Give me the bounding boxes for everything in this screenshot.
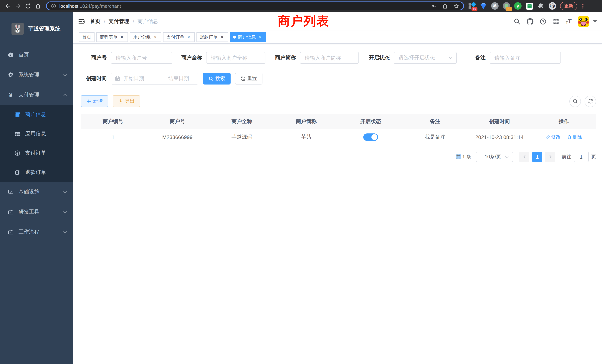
extension-grid-icon[interactable]: 10 bbox=[468, 2, 476, 10]
search-button[interactable]: 搜索 bbox=[203, 73, 231, 85]
status-select[interactable]: 请选择开启状态 bbox=[394, 52, 457, 64]
cell-short-name: 芋艿 bbox=[274, 129, 339, 145]
delete-link[interactable]: 删除 bbox=[567, 134, 582, 140]
tab-refund-order[interactable]: 退款订单× bbox=[196, 32, 228, 42]
monitor-check-icon bbox=[8, 189, 14, 195]
browser-menu-kebab-icon[interactable] bbox=[580, 3, 585, 8]
next-page-button[interactable] bbox=[545, 152, 555, 162]
briefcase-icon bbox=[8, 209, 14, 215]
tab-label: 用户分组 bbox=[133, 34, 151, 40]
back-icon[interactable] bbox=[3, 1, 13, 11]
filter-row-1: 商户号 商户全称 商户简称 开启状态 请选择开启状态 备注 bbox=[81, 52, 596, 64]
yen-circle-icon bbox=[14, 150, 20, 156]
edit-link-label: 修改 bbox=[551, 134, 561, 140]
github-icon[interactable] bbox=[527, 18, 533, 25]
tab-user-group[interactable]: 用户分组× bbox=[130, 32, 161, 42]
forward-icon[interactable] bbox=[13, 1, 23, 11]
tab-close-icon[interactable]: × bbox=[219, 34, 225, 40]
help-icon[interactable] bbox=[540, 18, 546, 25]
extensions-puzzle-icon[interactable] bbox=[537, 2, 545, 10]
refresh-icon[interactable] bbox=[585, 96, 596, 107]
sidebar-item-workflow[interactable]: 工作流程 bbox=[0, 222, 73, 242]
extension-recorder-icon[interactable]: 1 bbox=[502, 2, 510, 10]
sidebar-item-infrastructure[interactable]: 基础设施 bbox=[0, 182, 73, 202]
sidebar-item-system[interactable]: 系统管理 bbox=[0, 65, 73, 85]
sidebar-item-dev-tools[interactable]: 研发工具 bbox=[0, 202, 73, 222]
tab-home[interactable]: 首页 bbox=[79, 32, 95, 42]
short-name-input[interactable] bbox=[300, 52, 359, 64]
full-name-input[interactable] bbox=[206, 52, 265, 64]
export-button[interactable]: 导出 bbox=[113, 95, 140, 107]
tab-pay-order[interactable]: 支付订单× bbox=[163, 32, 195, 42]
cell-status bbox=[338, 129, 403, 145]
page-number-1[interactable]: 1 bbox=[532, 152, 542, 162]
tab-label: 支付订单 bbox=[166, 34, 184, 40]
edit-link[interactable]: 修改 bbox=[546, 134, 561, 140]
browser-update-button[interactable]: 更新 bbox=[560, 2, 577, 10]
font-size-icon[interactable]: TT bbox=[566, 19, 572, 24]
fullscreen-icon[interactable] bbox=[553, 18, 559, 25]
url-bar[interactable]: localhost:1024/pay/merchant bbox=[46, 1, 464, 10]
user-menu-caret-icon[interactable] bbox=[593, 20, 597, 23]
extension-chat-icon[interactable] bbox=[525, 2, 533, 10]
breadcrumb-item[interactable]: 首页 bbox=[90, 18, 100, 25]
add-button[interactable]: 新增 bbox=[81, 95, 108, 107]
goto-page-input[interactable] bbox=[574, 152, 589, 162]
sidebar-item-label: 商户信息 bbox=[25, 111, 67, 118]
sidebar-item-pay-order[interactable]: 支付订单 bbox=[0, 143, 73, 163]
home-icon[interactable] bbox=[33, 1, 43, 11]
tab-process-form[interactable]: 流程表单× bbox=[96, 32, 128, 42]
user-avatar[interactable] bbox=[578, 16, 589, 27]
bookmark-star-icon[interactable] bbox=[453, 3, 459, 9]
sidebar-item-payment[interactable]: ¥ 支付管理 bbox=[0, 85, 73, 105]
cell-merchant-no: M233666999 bbox=[145, 129, 210, 145]
search-icon[interactable] bbox=[514, 18, 520, 25]
col-merchant-id: 商户编号 bbox=[81, 114, 145, 129]
chevron-down-icon bbox=[63, 73, 67, 77]
page-size-select[interactable]: 10条/页 bbox=[476, 152, 513, 162]
col-remark: 备注 bbox=[403, 114, 467, 129]
sidebar-fold-icon[interactable] bbox=[73, 12, 90, 31]
pagination: 共 1 条 10条/页 1 前往 页 bbox=[81, 152, 596, 162]
extension-gem-icon[interactable] bbox=[479, 2, 487, 10]
main-area: 首页 / 支付管理 / 商户信息 商户列表 TT bbox=[73, 12, 602, 364]
sidebar-item-app-info[interactable]: 应用信息 bbox=[0, 124, 73, 143]
breadcrumb-item[interactable]: 支付管理 bbox=[109, 18, 129, 25]
tab-close-icon[interactable]: × bbox=[258, 34, 263, 40]
page-size-value: 10条/页 bbox=[481, 153, 505, 160]
extension-y-icon[interactable]: y bbox=[514, 2, 522, 10]
sidebar-item-label: 支付管理 bbox=[19, 92, 63, 98]
share-icon[interactable] bbox=[442, 3, 448, 9]
status-toggle[interactable] bbox=[363, 133, 378, 141]
sidebar-item-label: 支付订单 bbox=[25, 150, 67, 156]
extension-command-icon[interactable]: ⌘ bbox=[491, 2, 499, 10]
tab-close-icon[interactable]: × bbox=[119, 34, 125, 40]
browser-profile-avatar[interactable]: 😄 bbox=[548, 2, 556, 10]
remark-label: 备注 bbox=[475, 54, 486, 61]
site-info-icon[interactable] bbox=[51, 3, 56, 8]
chevron-down-icon bbox=[505, 155, 509, 159]
tab-close-icon[interactable]: × bbox=[186, 34, 191, 40]
logo-avatar: 🐰 bbox=[11, 22, 24, 35]
merchant-no-input[interactable] bbox=[111, 52, 172, 64]
reload-icon[interactable] bbox=[23, 1, 33, 11]
tab-merchant-info[interactable]: 商户信息× bbox=[230, 32, 266, 42]
reset-button[interactable]: 重置 bbox=[235, 73, 262, 85]
app-logo: 🐰 芋道管理系统 bbox=[0, 12, 73, 45]
password-key-icon[interactable] bbox=[431, 3, 437, 9]
sidebar-item-merchant-info[interactable]: 商户信息 bbox=[0, 105, 73, 124]
grid-icon bbox=[14, 131, 20, 137]
cell-merchant-id: 1 bbox=[81, 129, 145, 145]
gear-icon bbox=[8, 72, 14, 78]
sidebar-item-refund-order[interactable]: 退款订单 bbox=[0, 163, 73, 182]
payment-submenu: 商户信息 应用信息 支付订单 退款订单 bbox=[0, 105, 73, 182]
prev-page-button[interactable] bbox=[519, 152, 529, 162]
breadcrumb-separator: / bbox=[104, 19, 105, 24]
date-range-picker[interactable]: 开始日期 - 结束日期 bbox=[111, 73, 198, 85]
remark-input[interactable] bbox=[490, 52, 561, 64]
tab-close-icon[interactable]: × bbox=[153, 34, 158, 40]
toggle-search-icon[interactable] bbox=[569, 96, 581, 107]
sidebar-item-home[interactable]: 首页 bbox=[0, 45, 73, 65]
export-button-label: 导出 bbox=[125, 98, 135, 105]
url-text: localhost:1024/pay/merchant bbox=[59, 3, 426, 9]
